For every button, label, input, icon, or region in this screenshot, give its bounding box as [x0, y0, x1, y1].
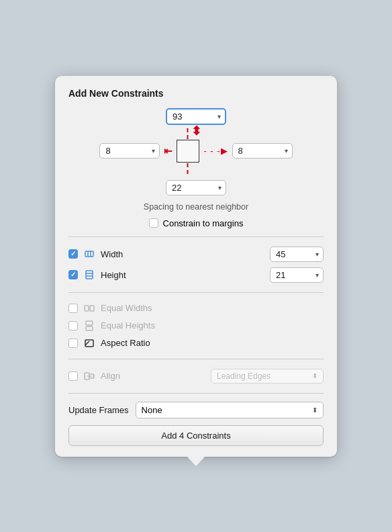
equal-widths-checkbox[interactable] [68, 304, 78, 313]
svg-rect-3 [86, 271, 93, 279]
equal-widths-label: Equal Widths [101, 303, 324, 313]
align-dropdown-arrow: ⬍ [312, 372, 317, 380]
svg-rect-6 [85, 306, 89, 311]
align-row: Align Leading Edges ⬍ [68, 366, 324, 386]
aspect-ratio-icon [83, 337, 95, 349]
left-dropdown-arrow: ▾ [152, 147, 155, 154]
top-v-arrow: ⬍ [191, 125, 201, 137]
bottom-spacing-input[interactable]: 22 ▾ [166, 180, 226, 195]
top-dropdown-arrow: ▾ [217, 113, 221, 120]
bottom-spacing-wrapper: 22 ▾ [166, 180, 226, 195]
constrain-margins-checkbox[interactable] [149, 218, 158, 228]
update-frames-value: None [142, 405, 162, 415]
width-label: Width [101, 249, 264, 259]
h-left-arrow: ⇤ [164, 145, 173, 157]
h-right-dashed: - - -▶ [203, 146, 228, 156]
aspect-ratio-label: Aspect Ratio [101, 338, 324, 348]
width-row: Width 45 ▾ [68, 244, 324, 265]
height-value-input[interactable]: 21 ▾ [270, 267, 324, 283]
right-dropdown-arrow: ▾ [285, 147, 288, 154]
bottom-spacing-value: 22 [172, 183, 181, 193]
align-value: Leading Edges [217, 371, 271, 381]
height-icon [83, 269, 95, 281]
equal-heights-checkbox[interactable] [68, 321, 78, 330]
center-box [177, 140, 199, 163]
panel-wrapper: Add New Constraints 93 ▾ ⬍ 8 ▾ [55, 76, 337, 457]
divider-3 [68, 359, 324, 359]
divider-2 [68, 292, 324, 293]
width-checkbox[interactable] [68, 249, 78, 259]
update-frames-dropdown[interactable]: None ⬍ [136, 402, 324, 418]
equal-widths-icon [83, 302, 95, 314]
constrain-margins-row: Constrain to margins [68, 218, 324, 228]
aspect-ratio-checkbox[interactable] [68, 339, 78, 348]
height-dropdown-arrow: ▾ [315, 271, 319, 279]
top-spacing-input[interactable]: 93 ▾ ⬍ [166, 108, 226, 125]
width-icon [83, 248, 95, 260]
height-row: Height 21 ▾ [68, 265, 324, 285]
align-dropdown[interactable]: Leading Edges ⬍ [211, 369, 324, 384]
left-spacing-value: 8 [105, 146, 110, 156]
svg-rect-0 [85, 251, 93, 257]
align-icon [83, 370, 95, 382]
equal-widths-row: Equal Widths [68, 300, 324, 317]
svg-rect-12 [85, 340, 93, 347]
constraints-layout: 93 ▾ ⬍ 8 ▾ ⇤ - [68, 108, 324, 195]
update-frames-row: Update Frames None ⬍ [68, 402, 324, 418]
height-value: 21 [276, 270, 285, 280]
add-constraints-panel: Add New Constraints 93 ▾ ⬍ 8 ▾ [55, 76, 337, 457]
right-spacing-value: 8 [238, 146, 243, 156]
width-value: 45 [276, 249, 285, 259]
equal-heights-icon [83, 320, 95, 332]
svg-line-13 [85, 341, 89, 345]
top-spacing-value: 93 [173, 112, 182, 122]
divider-1 [68, 236, 324, 237]
spacing-label: Spacing to nearest neighbor [68, 202, 324, 212]
aspect-ratio-row: Aspect Ratio [68, 335, 324, 352]
equal-heights-row: Equal Heights [68, 317, 324, 335]
align-checkbox[interactable] [68, 371, 78, 381]
svg-rect-10 [86, 326, 93, 330]
width-value-input[interactable]: 45 ▾ [270, 247, 324, 262]
align-label: Align [101, 371, 201, 381]
constrain-margins-label: Constrain to margins [163, 218, 244, 228]
top-spacing-wrapper: 93 ▾ ⬍ [166, 108, 226, 140]
bottom-dropdown-arrow: ▾ [218, 184, 222, 191]
height-label: Height [101, 270, 264, 280]
update-frames-label: Update Frames [68, 405, 129, 415]
left-spacing-input[interactable]: 8 ▾ [99, 143, 160, 159]
add-constraints-button[interactable]: Add 4 Constraints [68, 425, 324, 446]
update-frames-arrow: ⬍ [312, 406, 317, 414]
svg-rect-9 [86, 321, 93, 325]
equal-heights-label: Equal Heights [101, 320, 324, 330]
right-spacing-input[interactable]: 8 ▾ [232, 143, 293, 159]
divider-4 [68, 393, 324, 394]
height-checkbox[interactable] [68, 270, 78, 279]
middle-spacing-row: 8 ▾ ⇤ - - -▶ 8 ▾ [99, 140, 292, 163]
width-dropdown-arrow: ▾ [315, 251, 319, 258]
svg-rect-7 [90, 306, 94, 311]
panel-title: Add New Constraints [68, 88, 324, 99]
